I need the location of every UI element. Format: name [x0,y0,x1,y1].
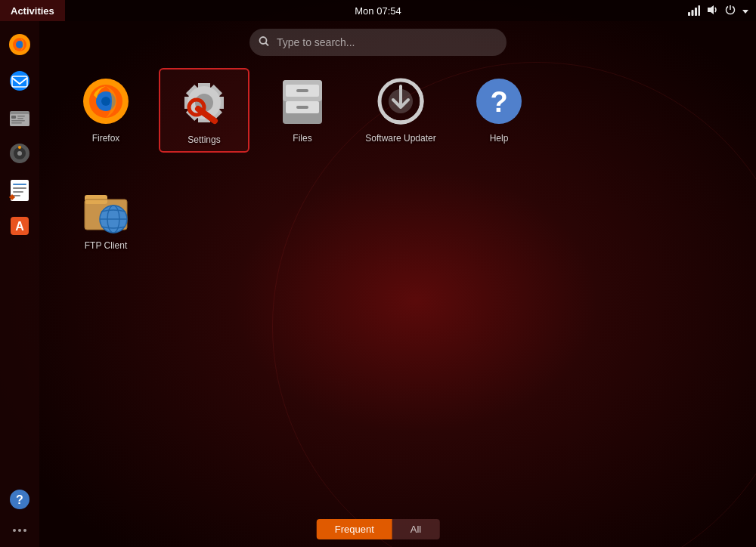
settings-icon [177,76,231,130]
help-label: Help [490,133,509,144]
activities-button[interactable]: Activities [0,0,65,21]
svg-marker-5 [742,10,748,14]
power-arrow-icon[interactable] [742,5,748,17]
search-input[interactable] [249,29,507,56]
sidebar-item-firefox[interactable] [4,29,36,60]
svg-rect-3 [699,5,701,16]
ftp-icon [79,181,133,236]
sidebar-item-thunderbird[interactable] [4,65,36,97]
volume-icon[interactable] [706,4,718,18]
svg-rect-15 [17,118,23,119]
svg-text:?: ? [16,493,23,506]
svg-rect-1 [692,10,694,16]
app-item-software-updater[interactable]: Software Updater [355,68,446,150]
app-item-files[interactable]: Files [257,68,348,150]
svg-rect-25 [13,191,23,193]
clock: Mon 07:54 [355,5,401,17]
svg-rect-24 [13,187,26,189]
svg-point-8 [16,41,23,48]
ftp-label: FTP Client [85,240,127,251]
help-icon: ? [472,74,526,128]
tab-frequent[interactable]: Frequent [317,519,392,539]
sidebar-item-notes[interactable] [4,174,36,206]
search-bar-container [249,29,507,56]
svg-text:A: A [15,220,24,233]
settings-label: Settings [187,134,220,145]
svg-rect-16 [11,120,25,122]
svg-rect-23 [13,184,26,185]
show-applications-button[interactable] [4,520,36,541]
svg-marker-4 [708,5,714,14]
svg-rect-13 [11,116,16,119]
svg-point-21 [18,146,21,149]
bottom-tabs: Frequent All [317,519,440,539]
sidebar-dock: A ? [0,21,39,547]
network-icon[interactable] [688,4,700,18]
sidebar-item-files[interactable] [4,101,36,133]
sidebar-item-disks[interactable] [4,138,36,169]
dot-1 [13,529,16,532]
firefox-icon [79,74,133,128]
firefox-label: Firefox [92,133,120,144]
sidebar-item-help[interactable]: ? [4,484,36,515]
svg-rect-2 [695,8,697,16]
svg-point-9 [10,71,29,91]
software-updater-icon [373,74,428,128]
app-item-help[interactable]: ? Help [454,68,544,150]
power-icon[interactable] [724,4,736,18]
topbar-right-icons [688,4,756,18]
app-item-firefox[interactable]: Firefox [60,68,151,150]
svg-point-20 [17,151,22,156]
app-item-ftp[interactable]: FTP Client [60,175,151,257]
svg-text:?: ? [490,86,507,118]
sidebar-item-ubuntu-store[interactable]: A [4,210,36,242]
svg-rect-0 [688,12,690,16]
app-row-1: Firefox [60,68,741,153]
svg-point-49 [389,89,413,113]
software-updater-label: Software Updater [365,133,435,144]
app-grid: Firefox [60,68,741,509]
svg-rect-14 [17,116,25,117]
topbar: Activities Mon 07:54 [0,0,756,21]
app-row-2: FTP Client [60,175,741,257]
svg-rect-17 [11,122,22,124]
app-item-settings[interactable]: Settings [159,68,249,153]
dot-3 [23,529,26,532]
tab-all[interactable]: All [392,519,439,539]
dot-2 [18,529,21,532]
svg-rect-46 [296,106,308,109]
svg-rect-45 [296,89,308,92]
files-label: Files [293,133,311,144]
svg-point-36 [101,97,110,106]
files-icon [275,74,330,128]
